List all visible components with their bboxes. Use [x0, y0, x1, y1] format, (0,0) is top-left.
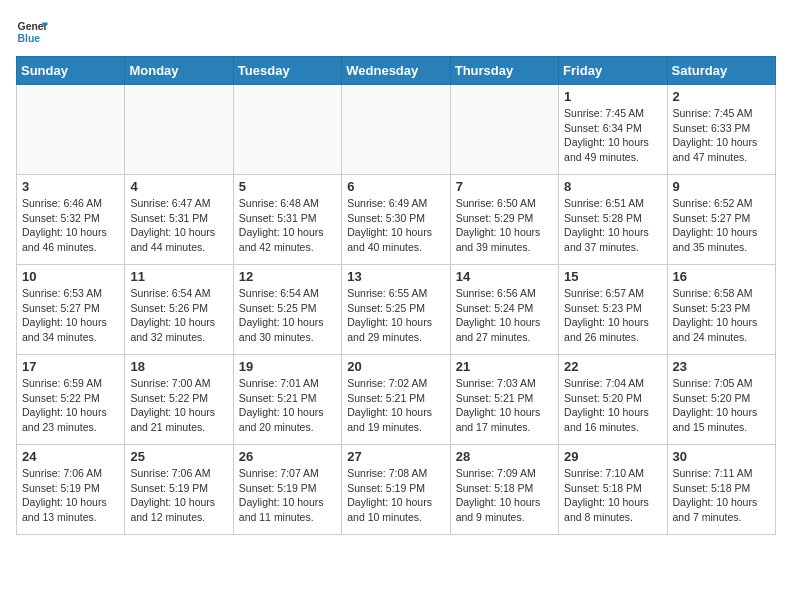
weekday-saturday: Saturday — [667, 57, 775, 85]
weekday-monday: Monday — [125, 57, 233, 85]
day-number: 11 — [130, 269, 227, 284]
day-info: Sunrise: 7:04 AM Sunset: 5:20 PM Dayligh… — [564, 376, 661, 435]
calendar-cell — [17, 85, 125, 175]
day-number: 22 — [564, 359, 661, 374]
calendar-cell: 13Sunrise: 6:55 AM Sunset: 5:25 PM Dayli… — [342, 265, 450, 355]
day-info: Sunrise: 7:45 AM Sunset: 6:33 PM Dayligh… — [673, 106, 770, 165]
calendar-week-1: 1Sunrise: 7:45 AM Sunset: 6:34 PM Daylig… — [17, 85, 776, 175]
day-info: Sunrise: 7:02 AM Sunset: 5:21 PM Dayligh… — [347, 376, 444, 435]
logo: General Blue — [16, 16, 48, 48]
day-number: 5 — [239, 179, 336, 194]
day-number: 18 — [130, 359, 227, 374]
day-info: Sunrise: 6:50 AM Sunset: 5:29 PM Dayligh… — [456, 196, 553, 255]
day-info: Sunrise: 6:46 AM Sunset: 5:32 PM Dayligh… — [22, 196, 119, 255]
day-number: 26 — [239, 449, 336, 464]
calendar-cell: 27Sunrise: 7:08 AM Sunset: 5:19 PM Dayli… — [342, 445, 450, 535]
calendar-cell: 30Sunrise: 7:11 AM Sunset: 5:18 PM Dayli… — [667, 445, 775, 535]
calendar-cell: 3Sunrise: 6:46 AM Sunset: 5:32 PM Daylig… — [17, 175, 125, 265]
calendar-cell — [342, 85, 450, 175]
day-number: 13 — [347, 269, 444, 284]
day-number: 27 — [347, 449, 444, 464]
calendar-cell: 2Sunrise: 7:45 AM Sunset: 6:33 PM Daylig… — [667, 85, 775, 175]
day-info: Sunrise: 7:01 AM Sunset: 5:21 PM Dayligh… — [239, 376, 336, 435]
day-number: 25 — [130, 449, 227, 464]
calendar-cell: 23Sunrise: 7:05 AM Sunset: 5:20 PM Dayli… — [667, 355, 775, 445]
day-info: Sunrise: 6:54 AM Sunset: 5:25 PM Dayligh… — [239, 286, 336, 345]
day-number: 23 — [673, 359, 770, 374]
logo-icon: General Blue — [16, 16, 48, 48]
day-info: Sunrise: 6:49 AM Sunset: 5:30 PM Dayligh… — [347, 196, 444, 255]
day-number: 9 — [673, 179, 770, 194]
calendar-cell: 14Sunrise: 6:56 AM Sunset: 5:24 PM Dayli… — [450, 265, 558, 355]
day-info: Sunrise: 6:47 AM Sunset: 5:31 PM Dayligh… — [130, 196, 227, 255]
calendar-cell: 1Sunrise: 7:45 AM Sunset: 6:34 PM Daylig… — [559, 85, 667, 175]
calendar-cell: 19Sunrise: 7:01 AM Sunset: 5:21 PM Dayli… — [233, 355, 341, 445]
day-number: 17 — [22, 359, 119, 374]
day-number: 29 — [564, 449, 661, 464]
day-number: 14 — [456, 269, 553, 284]
calendar-cell: 17Sunrise: 6:59 AM Sunset: 5:22 PM Dayli… — [17, 355, 125, 445]
day-info: Sunrise: 7:11 AM Sunset: 5:18 PM Dayligh… — [673, 466, 770, 525]
day-info: Sunrise: 6:52 AM Sunset: 5:27 PM Dayligh… — [673, 196, 770, 255]
day-info: Sunrise: 6:51 AM Sunset: 5:28 PM Dayligh… — [564, 196, 661, 255]
weekday-thursday: Thursday — [450, 57, 558, 85]
weekday-tuesday: Tuesday — [233, 57, 341, 85]
day-number: 21 — [456, 359, 553, 374]
calendar-cell: 9Sunrise: 6:52 AM Sunset: 5:27 PM Daylig… — [667, 175, 775, 265]
calendar-week-5: 24Sunrise: 7:06 AM Sunset: 5:19 PM Dayli… — [17, 445, 776, 535]
day-number: 7 — [456, 179, 553, 194]
day-info: Sunrise: 6:54 AM Sunset: 5:26 PM Dayligh… — [130, 286, 227, 345]
day-number: 3 — [22, 179, 119, 194]
calendar-cell: 28Sunrise: 7:09 AM Sunset: 5:18 PM Dayli… — [450, 445, 558, 535]
weekday-friday: Friday — [559, 57, 667, 85]
day-number: 10 — [22, 269, 119, 284]
day-info: Sunrise: 7:07 AM Sunset: 5:19 PM Dayligh… — [239, 466, 336, 525]
calendar-cell: 22Sunrise: 7:04 AM Sunset: 5:20 PM Dayli… — [559, 355, 667, 445]
calendar-cell — [125, 85, 233, 175]
day-number: 28 — [456, 449, 553, 464]
weekday-sunday: Sunday — [17, 57, 125, 85]
calendar-cell: 10Sunrise: 6:53 AM Sunset: 5:27 PM Dayli… — [17, 265, 125, 355]
day-info: Sunrise: 6:55 AM Sunset: 5:25 PM Dayligh… — [347, 286, 444, 345]
day-number: 8 — [564, 179, 661, 194]
day-info: Sunrise: 6:48 AM Sunset: 5:31 PM Dayligh… — [239, 196, 336, 255]
calendar-cell: 18Sunrise: 7:00 AM Sunset: 5:22 PM Dayli… — [125, 355, 233, 445]
day-info: Sunrise: 7:05 AM Sunset: 5:20 PM Dayligh… — [673, 376, 770, 435]
calendar-cell: 7Sunrise: 6:50 AM Sunset: 5:29 PM Daylig… — [450, 175, 558, 265]
day-number: 4 — [130, 179, 227, 194]
calendar-cell: 4Sunrise: 6:47 AM Sunset: 5:31 PM Daylig… — [125, 175, 233, 265]
calendar-cell — [450, 85, 558, 175]
calendar-cell: 29Sunrise: 7:10 AM Sunset: 5:18 PM Dayli… — [559, 445, 667, 535]
weekday-header-row: SundayMondayTuesdayWednesdayThursdayFrid… — [17, 57, 776, 85]
day-number: 24 — [22, 449, 119, 464]
calendar-cell: 25Sunrise: 7:06 AM Sunset: 5:19 PM Dayli… — [125, 445, 233, 535]
day-info: Sunrise: 7:10 AM Sunset: 5:18 PM Dayligh… — [564, 466, 661, 525]
day-info: Sunrise: 7:06 AM Sunset: 5:19 PM Dayligh… — [130, 466, 227, 525]
page-header: General Blue — [16, 16, 776, 48]
calendar-cell: 20Sunrise: 7:02 AM Sunset: 5:21 PM Dayli… — [342, 355, 450, 445]
calendar-cell: 24Sunrise: 7:06 AM Sunset: 5:19 PM Dayli… — [17, 445, 125, 535]
calendar-cell: 12Sunrise: 6:54 AM Sunset: 5:25 PM Dayli… — [233, 265, 341, 355]
day-number: 6 — [347, 179, 444, 194]
day-number: 15 — [564, 269, 661, 284]
svg-text:Blue: Blue — [18, 33, 41, 44]
day-number: 30 — [673, 449, 770, 464]
day-number: 1 — [564, 89, 661, 104]
day-info: Sunrise: 7:00 AM Sunset: 5:22 PM Dayligh… — [130, 376, 227, 435]
day-info: Sunrise: 7:45 AM Sunset: 6:34 PM Dayligh… — [564, 106, 661, 165]
calendar-cell: 5Sunrise: 6:48 AM Sunset: 5:31 PM Daylig… — [233, 175, 341, 265]
day-info: Sunrise: 7:08 AM Sunset: 5:19 PM Dayligh… — [347, 466, 444, 525]
day-number: 19 — [239, 359, 336, 374]
calendar-week-3: 10Sunrise: 6:53 AM Sunset: 5:27 PM Dayli… — [17, 265, 776, 355]
calendar-cell: 21Sunrise: 7:03 AM Sunset: 5:21 PM Dayli… — [450, 355, 558, 445]
day-number: 2 — [673, 89, 770, 104]
day-info: Sunrise: 7:06 AM Sunset: 5:19 PM Dayligh… — [22, 466, 119, 525]
calendar-cell: 26Sunrise: 7:07 AM Sunset: 5:19 PM Dayli… — [233, 445, 341, 535]
calendar-cell — [233, 85, 341, 175]
calendar-cell: 15Sunrise: 6:57 AM Sunset: 5:23 PM Dayli… — [559, 265, 667, 355]
weekday-wednesday: Wednesday — [342, 57, 450, 85]
calendar-week-4: 17Sunrise: 6:59 AM Sunset: 5:22 PM Dayli… — [17, 355, 776, 445]
day-number: 20 — [347, 359, 444, 374]
day-info: Sunrise: 6:58 AM Sunset: 5:23 PM Dayligh… — [673, 286, 770, 345]
day-info: Sunrise: 6:57 AM Sunset: 5:23 PM Dayligh… — [564, 286, 661, 345]
